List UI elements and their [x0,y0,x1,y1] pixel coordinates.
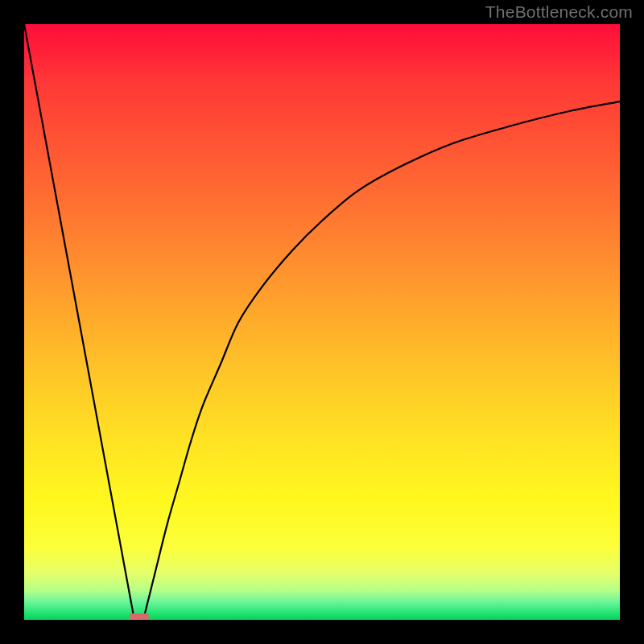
chart-frame: TheBottleneck.com [0,0,644,644]
plot-area [24,24,620,620]
watermark-text: TheBottleneck.com [485,2,633,22]
optimum-marker-pill [130,613,149,620]
bottleneck-curve [24,24,620,620]
